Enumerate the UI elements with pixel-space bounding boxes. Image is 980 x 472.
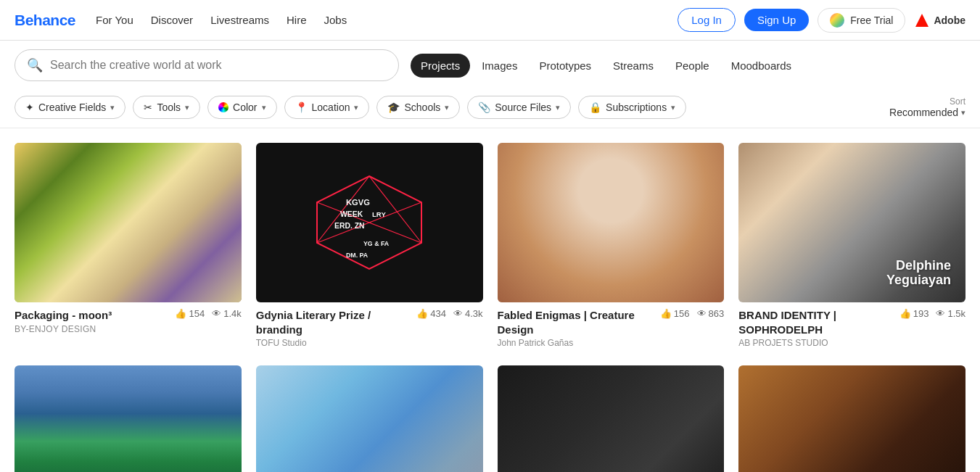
adobe-icon [914,12,930,28]
project-thumbnail-3: Delphine Yeguiayan [738,143,965,302]
sort-chevron: ▾ [961,108,965,117]
tab-prototypes[interactable]: Prototypes [529,54,601,78]
tab-projects[interactable]: Projects [411,54,470,78]
free-trial-button[interactable]: Free Trial [818,8,905,33]
project-likes-1: 434 [430,308,446,319]
search-section: 🔍 Projects Images Prototypes Streams Peo… [0,41,980,81]
creative-fields-filter[interactable]: ✦ Creative Fields ▾ [15,96,125,119]
project-likes-3: 193 [913,308,929,319]
subscriptions-label: Subscriptions [606,102,667,113]
filter-bar: ✦ Creative Fields ▾ ✂ Tools ▾ Color ▾ 📍 … [0,87,980,128]
tools-chevron: ▾ [185,103,189,112]
creative-fields-label: Creative Fields [38,102,106,113]
tab-group: Projects Images Prototypes Streams Peopl… [411,54,802,78]
view-icon-1: 👁 [453,308,463,319]
sort-label: Sort [950,96,965,107]
project-thumbnail-4 [15,365,242,472]
project-views-0: 1.4k [223,308,242,319]
login-button[interactable]: Log In [678,8,736,32]
source-files-filter[interactable]: 📎 Source Files ▾ [467,96,571,119]
nav-jobs[interactable]: Jobs [324,14,347,26]
search-icon: 🔍 [27,57,43,73]
svg-text:LRY: LRY [372,210,386,218]
signup-button[interactable]: Sign Up [744,9,809,31]
svg-text:KGVG: KGVG [346,198,370,207]
project-thumbnail-0 [15,143,242,302]
creative-fields-icon: ✦ [25,102,34,113]
schools-label: Schools [404,102,440,113]
project-likes-2: 156 [674,308,690,319]
tools-icon: ✂ [144,102,152,113]
project-author-2: John Patrick Gañas [498,338,725,348]
color-icon [218,102,228,112]
project-card-6[interactable] [498,365,725,472]
sort-dropdown[interactable]: Recommended ▾ [889,107,965,118]
tools-filter[interactable]: ✂ Tools ▾ [133,96,200,119]
subscriptions-icon: 🔒 [589,102,601,113]
schools-chevron: ▾ [445,103,449,112]
creative-fields-chevron: ▾ [110,103,115,112]
like-icon-3: 👍 [899,308,911,319]
project-card-2[interactable]: Fabled Enigmas | Creature Design 👍 156 👁… [498,143,725,351]
project-info-0: Packaging - moon³ 👍 154 👁 1.4k BY-ENJOY … [15,302,242,337]
source-files-label: Source Files [495,102,551,113]
schools-icon: 🎓 [387,102,400,113]
project-info-1: Gdynia Literary Prize / branding 👍 434 👁… [256,302,483,351]
project-info-2: Fabled Enigmas | Creature Design 👍 156 👁… [498,302,725,351]
project-info-3: BRAND IDENTITY | SOPHRODELPH 👍 193 👁 1.5… [738,302,965,351]
search-input[interactable] [50,59,387,72]
project-likes-0: 154 [189,308,205,319]
project-card-7[interactable] [738,365,965,472]
like-icon-1: 👍 [416,308,428,319]
nav-discover[interactable]: Discover [151,14,193,26]
nav-hire[interactable]: Hire [287,14,307,26]
project-title-3: BRAND IDENTITY | SOPHRODELPH [738,308,893,336]
nav-livestreams[interactable]: Livestreams [210,14,269,26]
source-files-icon: 📎 [478,102,490,113]
like-icon-0: 👍 [175,308,186,319]
location-chevron: ▾ [354,103,358,112]
project-title-1: Gdynia Literary Prize / branding [256,308,411,336]
project-views-3: 1.5k [947,308,965,319]
project-card-0[interactable]: Packaging - moon³ 👍 154 👁 1.4k BY-ENJOY … [15,143,242,351]
like-icon-2: 👍 [660,308,672,319]
behance-logo[interactable]: Behance [15,12,75,29]
tab-moodboards[interactable]: Moodboards [721,54,802,78]
project-card-5[interactable] [256,365,483,472]
nav-for-you[interactable]: For You [96,14,133,26]
schools-filter[interactable]: 🎓 Schools ▾ [376,96,460,119]
svg-text:WEEK: WEEK [340,210,363,218]
tab-images[interactable]: Images [472,54,527,78]
project-author-0: BY-ENJOY DESIGN [15,324,242,334]
project-title-0: Packaging - moon³ [15,308,112,323]
location-filter[interactable]: 📍 Location ▾ [284,96,370,119]
tab-people[interactable]: People [665,54,720,78]
project-card-3[interactable]: Delphine Yeguiayan BRAND IDENTITY | SOPH… [738,143,965,351]
tab-streams[interactable]: Streams [603,54,664,78]
color-filter[interactable]: Color ▾ [207,96,276,119]
view-icon-3: 👁 [936,308,945,319]
subscriptions-filter[interactable]: 🔒 Subscriptions ▾ [578,96,686,119]
project-views-2: 863 [709,308,725,319]
free-trial-icon [830,13,844,28]
project-author-3: AB PROJETS STUDIO [738,338,965,348]
svg-text:DM. PA: DM. PA [346,252,368,259]
adobe-logo: Adobe [914,12,965,28]
project-thumbnail-6 [498,365,725,472]
top-nav-right: Log In Sign Up Free Trial Adobe [678,8,965,33]
free-trial-label: Free Trial [850,15,893,26]
location-icon: 📍 [295,102,308,113]
project-card-4[interactable] [15,365,242,472]
view-icon-0: 👁 [212,308,221,319]
project-card-1[interactable]: KGVG WEEK ERD. ZN LRY YG & FA DM. PA Gdy… [256,143,483,351]
project-views-1: 4.3k [465,308,483,319]
sort-section: Sort Recommended ▾ [889,96,965,118]
svg-marker-0 [915,14,928,27]
svg-text:ERD. ZN: ERD. ZN [334,222,365,230]
project-thumbnail-2 [498,143,725,302]
search-box[interactable]: 🔍 [15,49,399,81]
color-chevron: ▾ [262,103,266,112]
project-title-2: Fabled Enigmas | Creature Design [498,308,654,336]
color-label: Color [233,102,257,113]
sort-value: Recommended [889,107,958,118]
